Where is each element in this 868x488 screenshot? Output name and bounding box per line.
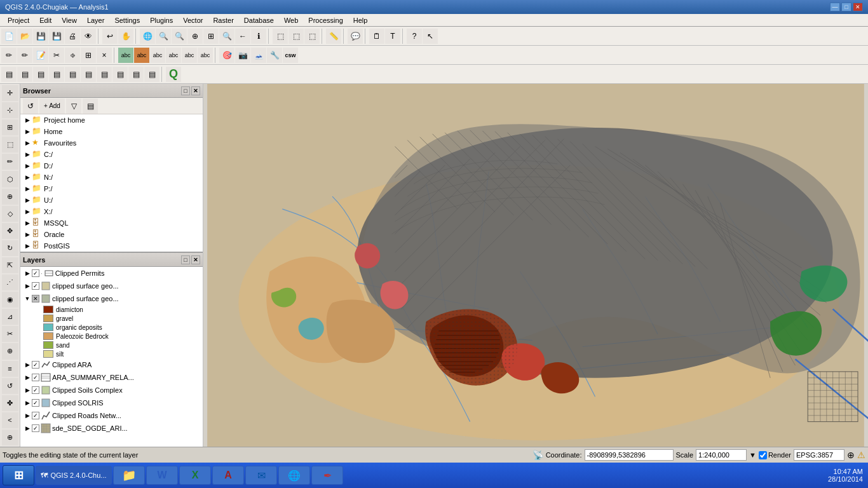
adv3-button[interactable]: ▤ bbox=[33, 67, 48, 82]
zoom-full-button[interactable]: ⊕ bbox=[187, 29, 203, 44]
plugin1-button[interactable]: 🔧 bbox=[267, 48, 282, 63]
browser-item-d[interactable]: ▶ 📁 D:/ bbox=[20, 160, 203, 172]
layer-checkbox[interactable]: ✓ bbox=[32, 399, 39, 407]
digitize1-button[interactable]: ✏ bbox=[17, 48, 32, 63]
taskbar-excel[interactable]: X bbox=[179, 466, 211, 485]
scale-input[interactable] bbox=[696, 449, 747, 461]
close-button[interactable]: ✕ bbox=[853, 3, 863, 11]
layer-checkbox[interactable]: ✓ bbox=[32, 412, 39, 419]
menu-raster[interactable]: Raster bbox=[208, 15, 238, 25]
layer-clipped-roads[interactable]: ▶ ✓ Clipped Roads Netw... bbox=[20, 409, 203, 422]
layer-sde[interactable]: ▶ ✓ sde_SDE_OGDE_ARI... bbox=[20, 422, 203, 435]
map-area[interactable] bbox=[203, 84, 868, 447]
render-checkbox[interactable]: Render bbox=[759, 451, 791, 459]
menu-database[interactable]: Database bbox=[239, 15, 279, 25]
minimize-button[interactable]: — bbox=[830, 3, 840, 11]
map-canvas[interactable] bbox=[203, 84, 868, 447]
layers-float-button[interactable]: □ bbox=[181, 255, 190, 264]
merge-button[interactable]: ⊕ bbox=[2, 343, 18, 359]
taskbar-qgis[interactable]: 🗺QGIS 2.4.0-Chu... bbox=[36, 466, 112, 485]
new-project-button[interactable]: 📄 bbox=[1, 29, 17, 44]
open-button[interactable]: 📂 bbox=[17, 29, 32, 44]
layer-checkbox[interactable]: ✓ bbox=[32, 374, 39, 381]
adv5-button[interactable]: ▤ bbox=[65, 67, 80, 82]
expand-button[interactable]: < bbox=[2, 412, 18, 428]
refresh-button[interactable]: ↺ bbox=[2, 378, 18, 394]
vertex-button[interactable]: ◇ bbox=[2, 206, 18, 222]
gpx-button[interactable]: 🎯 bbox=[219, 48, 234, 63]
layer-clipped-permits[interactable]: ▶ ✓ · Clipped Permits bbox=[20, 267, 203, 280]
csw-button[interactable]: csw bbox=[283, 48, 298, 63]
zoom-selection-button[interactable]: 🔍 bbox=[219, 29, 234, 44]
browser-item-c[interactable]: ▶ 📁 C:/ bbox=[20, 149, 203, 160]
adv7-button[interactable]: ▤ bbox=[97, 67, 112, 82]
browser-add-button[interactable]: + Add bbox=[39, 98, 65, 114]
print-composer-button[interactable]: 🗒 bbox=[369, 29, 384, 44]
save-button[interactable]: 💾 bbox=[33, 29, 48, 44]
digitize2-button[interactable]: 📝 bbox=[33, 48, 48, 63]
adv2-button[interactable]: ▤ bbox=[17, 67, 32, 82]
cursor-button[interactable]: ↖ bbox=[423, 29, 438, 44]
reshape-button[interactable]: ⊿ bbox=[2, 309, 18, 325]
menu-vector[interactable]: Vector bbox=[178, 15, 208, 25]
zoom-out-button[interactable]: 🔍 bbox=[172, 29, 187, 44]
digitize6-button[interactable]: × bbox=[97, 48, 112, 63]
camera-button[interactable]: 📷 bbox=[235, 48, 250, 63]
epsg-input[interactable] bbox=[794, 449, 844, 461]
zoom-layer-button[interactable]: ⊞ bbox=[203, 29, 219, 44]
browser-item-home[interactable]: ▶ 📁 Home bbox=[20, 126, 203, 137]
ring-button[interactable]: ◉ bbox=[2, 292, 18, 308]
taskbar-acrobat[interactable]: ✒ bbox=[311, 466, 343, 485]
print-button[interactable]: 🖨 bbox=[65, 29, 80, 44]
layer-clipped-surface-1[interactable]: ▶ ✓ clipped surface geo... bbox=[20, 280, 203, 292]
label-btn1[interactable]: abc bbox=[118, 48, 133, 63]
browser-item-project-home[interactable]: ▶ 📁 Project home bbox=[20, 114, 203, 126]
taskbar-word[interactable]: W bbox=[146, 466, 178, 485]
scale-button[interactable]: ⇱ bbox=[2, 257, 18, 273]
maximize-button[interactable]: □ bbox=[841, 3, 851, 11]
menu-project[interactable]: Project bbox=[3, 15, 34, 25]
layer-checkbox[interactable]: ✓ bbox=[32, 386, 39, 394]
adv9-button[interactable]: ▤ bbox=[128, 67, 144, 82]
browser-close-button[interactable]: ✕ bbox=[191, 86, 200, 95]
menu-edit[interactable]: Edit bbox=[34, 15, 57, 25]
rotate-button[interactable]: ↻ bbox=[2, 240, 18, 256]
layer-checkbox[interactable]: ✓ bbox=[32, 361, 39, 369]
title-bar-controls[interactable]: — □ ✕ bbox=[830, 3, 863, 11]
taskbar-outlook[interactable]: ✉ bbox=[245, 466, 277, 485]
taskbar-access[interactable]: A bbox=[212, 466, 244, 485]
start-button[interactable]: ⊞ bbox=[3, 465, 34, 485]
label-btn4[interactable]: abc bbox=[166, 48, 181, 63]
add-wms-button[interactable]: 🌐 bbox=[140, 29, 155, 44]
deselect-button[interactable]: ⬚ bbox=[288, 29, 304, 44]
zoom-prev-button[interactable]: ← bbox=[235, 29, 250, 44]
browser-float-button[interactable]: □ bbox=[181, 86, 190, 95]
snapping-button[interactable]: ⊞ bbox=[2, 119, 18, 135]
help-button[interactable]: ? bbox=[407, 29, 422, 44]
menu-settings[interactable]: Settings bbox=[109, 15, 145, 25]
adv1-button[interactable]: ▤ bbox=[1, 67, 17, 82]
browser-header-controls[interactable]: □ ✕ bbox=[181, 86, 200, 95]
nav-button[interactable]: ⊕ bbox=[2, 430, 18, 445]
menu-web[interactable]: Web bbox=[279, 15, 303, 25]
save-as-button[interactable]: 💾 bbox=[49, 29, 64, 44]
select-location-button[interactable]: ⬚ bbox=[304, 29, 320, 44]
digitize3-button[interactable]: ✂ bbox=[49, 48, 64, 63]
edit-toggle-button[interactable]: ✏ bbox=[1, 48, 17, 63]
adv4-button[interactable]: ▤ bbox=[49, 67, 64, 82]
layer-checkbox[interactable]: ✓ bbox=[32, 424, 39, 432]
browser-item-postgis[interactable]: ▶ 🗄 PostGIS bbox=[20, 240, 203, 252]
adv6-button[interactable]: ▤ bbox=[81, 67, 96, 82]
browser-item-n[interactable]: ▶ 📁 N:/ bbox=[20, 172, 203, 183]
polygon-button[interactable]: ⬡ bbox=[2, 171, 18, 187]
select-all-button[interactable]: ⬚ bbox=[2, 137, 18, 152]
simplify-button[interactable]: ⋰ bbox=[2, 274, 18, 290]
adv8-button[interactable]: ▤ bbox=[112, 67, 128, 82]
layer-checkbox[interactable]: ✓ bbox=[32, 282, 39, 290]
browser-item-oracle[interactable]: ▶ 🗄 Oracle bbox=[20, 229, 203, 240]
label-button[interactable]: T bbox=[385, 29, 400, 44]
layer-ara-summary[interactable]: ▶ ✓ ARA_SUMMARY_RELA... bbox=[20, 371, 203, 384]
coord-button[interactable]: ✤ bbox=[2, 395, 18, 411]
attributes-button[interactable]: ≡ bbox=[2, 361, 18, 377]
digitize4-button[interactable]: ⎆ bbox=[65, 48, 80, 63]
